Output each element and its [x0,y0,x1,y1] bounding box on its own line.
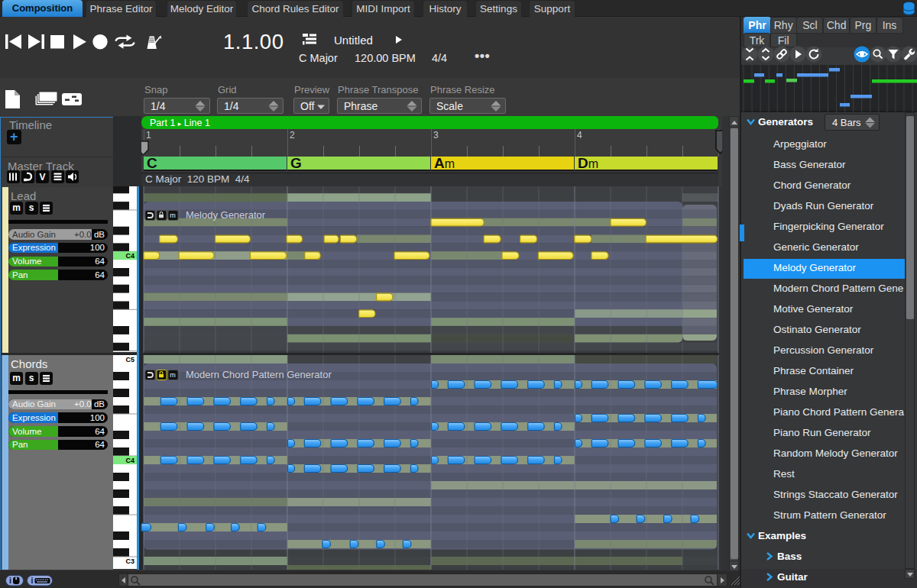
svg-text:m: m [170,371,176,379]
svg-text:i: i [31,576,34,585]
svg-text:C4: C4 [125,252,134,260]
svg-text:m: m [170,212,176,219]
svg-text:C4: C4 [125,457,134,464]
svg-text:Melody Generator: Melody Generator [186,209,266,221]
svg-text:C3: C3 [125,557,134,565]
svg-text:V: V [40,172,46,183]
svg-text:i: i [9,576,11,585]
svg-text:Modern Chord Pattern Generator: Modern Chord Pattern Generator [186,369,332,380]
svg-text:C5: C5 [125,356,134,363]
